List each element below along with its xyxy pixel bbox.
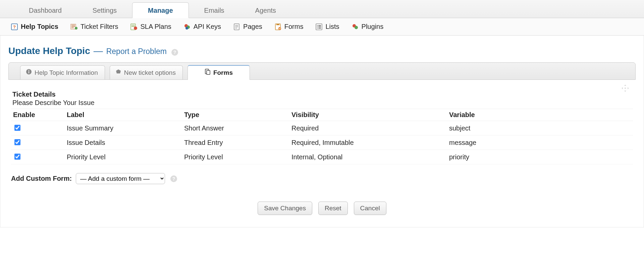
- subtab-api-keys[interactable]: API Keys: [182, 21, 222, 32]
- sla-icon: [130, 23, 138, 31]
- forms-panel: Ticket Details Please Describe Your Issu…: [8, 80, 636, 190]
- action-buttons: Save Changes Reset Cancel: [8, 202, 636, 215]
- enable-checkbox[interactable]: [14, 139, 20, 145]
- page-title-main: Update Help Topic: [8, 46, 90, 56]
- subtab-sla-plans[interactable]: SLA Plans: [129, 21, 172, 32]
- cancel-button[interactable]: Cancel: [354, 202, 386, 215]
- tab-label: Settings: [93, 7, 117, 14]
- page-title-dash: —: [94, 46, 103, 56]
- tab-dashboard[interactable]: Dashboard: [13, 3, 77, 18]
- plugin-icon: [352, 23, 359, 31]
- svg-rect-5: [71, 28, 74, 28]
- field-label: Issue Details: [65, 136, 182, 150]
- svg-rect-15: [235, 25, 238, 26]
- add-custom-form-select[interactable]: — Add a custom form —: [76, 173, 165, 184]
- tab-label: Agents: [255, 7, 276, 14]
- field-type: Short Answer: [182, 121, 289, 136]
- subtab-label: Pages: [243, 23, 262, 31]
- svg-rect-22: [317, 25, 318, 26]
- enable-checkbox[interactable]: [14, 125, 20, 131]
- subtab-help-topics[interactable]: ? Help Topics: [9, 21, 60, 32]
- enable-checkbox[interactable]: [14, 154, 20, 160]
- tab-label: Dashboard: [29, 7, 62, 14]
- svg-rect-23: [318, 25, 321, 26]
- subtab-lists[interactable]: Lists: [314, 21, 340, 32]
- api-icon: [183, 23, 191, 31]
- col-enable: Enable: [11, 109, 65, 121]
- svg-rect-17: [235, 28, 237, 29]
- inner-tab-label: Forms: [213, 69, 233, 76]
- help-icon[interactable]: ?: [170, 175, 177, 182]
- svg-point-10: [134, 26, 137, 30]
- field-variable: subject: [447, 121, 633, 136]
- forms-icon: [205, 69, 211, 76]
- form-icon: [274, 23, 282, 31]
- svg-rect-24: [317, 26, 318, 27]
- field-type: Priority Level: [182, 150, 289, 164]
- svg-rect-34: [207, 70, 210, 74]
- filter-icon: [70, 23, 78, 31]
- subtab-forms[interactable]: Forms: [273, 21, 305, 32]
- svg-rect-16: [235, 26, 238, 27]
- subtab-label: SLA Plans: [140, 23, 171, 31]
- field-variable: message: [447, 136, 633, 150]
- form-block-title: Ticket Details: [12, 91, 633, 98]
- inner-tab-bar: Help Topic Information New ticket option…: [8, 62, 636, 80]
- col-variable: Variable: [447, 109, 633, 121]
- inner-tab-help-topic-info[interactable]: Help Topic Information: [20, 65, 105, 79]
- svg-rect-27: [318, 28, 321, 29]
- col-type: Type: [182, 109, 289, 121]
- table-row: Issue Summary Short Answer Required subj…: [11, 121, 633, 136]
- svg-point-6: [75, 27, 77, 30]
- subtab-plugins[interactable]: Plugins: [350, 21, 385, 32]
- field-visibility: Internal, Optional: [289, 150, 447, 164]
- info-icon: [26, 69, 32, 76]
- drag-handle-icon[interactable]: [621, 84, 630, 95]
- field-visibility: Required, Immutable: [289, 136, 447, 150]
- field-visibility: Required: [289, 121, 447, 136]
- subtab-label: API Keys: [194, 23, 221, 31]
- primary-tab-bar: Dashboard Settings Manage Emails Agents: [0, 0, 644, 18]
- svg-rect-4: [71, 26, 75, 27]
- tab-agents[interactable]: Agents: [240, 3, 291, 18]
- subtab-label: Lists: [325, 23, 339, 31]
- svg-rect-8: [131, 25, 135, 25]
- table-row: Issue Details Thread Entry Required, Imm…: [11, 136, 633, 150]
- subtab-ticket-filters[interactable]: Ticket Filters: [69, 21, 120, 32]
- inner-tab-label: New ticket options: [124, 69, 176, 76]
- save-button[interactable]: Save Changes: [258, 202, 312, 215]
- subtab-label: Plugins: [362, 23, 384, 31]
- subtab-pages[interactable]: Pages: [232, 21, 264, 32]
- tab-emails[interactable]: Emails: [189, 3, 240, 18]
- add-custom-form-row: Add Custom Form: — Add a custom form — ?: [11, 173, 633, 184]
- field-label: Issue Summary: [65, 121, 182, 136]
- svg-point-29: [355, 26, 358, 29]
- inner-tab-label: Help Topic Information: [35, 69, 98, 76]
- reset-button[interactable]: Reset: [318, 202, 348, 215]
- col-label: Label: [65, 109, 182, 121]
- svg-point-20: [278, 27, 281, 30]
- field-variable: priority: [447, 150, 633, 164]
- field-type: Thread Entry: [182, 136, 289, 150]
- svg-rect-19: [276, 24, 279, 25]
- page-title-sub: Report a Problem: [106, 47, 167, 56]
- field-label: Priority Level: [65, 150, 182, 164]
- tab-label: Emails: [204, 7, 224, 14]
- fields-table: Enable Label Type Visibility Variable Is…: [11, 109, 633, 164]
- table-row: Priority Level Priority Level Internal, …: [11, 150, 633, 164]
- svg-point-32: [29, 70, 30, 71]
- tab-manage[interactable]: Manage: [132, 2, 189, 18]
- inner-tab-new-ticket-options[interactable]: New ticket options: [110, 65, 183, 79]
- add-custom-form-label: Add Custom Form:: [11, 175, 72, 182]
- secondary-tab-bar: ? Help Topics Ticket Filters SLA Plans A…: [0, 18, 644, 36]
- list-icon: [315, 23, 323, 31]
- subtab-label: Help Topics: [21, 23, 58, 31]
- inner-tab-forms[interactable]: Forms: [187, 65, 250, 80]
- svg-rect-31: [29, 71, 29, 73]
- help-icon[interactable]: ?: [171, 49, 178, 56]
- content-area: Update Help Topic — Report a Problem ? H…: [0, 36, 644, 227]
- svg-point-35: [625, 88, 626, 89]
- svg-rect-9: [131, 26, 135, 27]
- subtab-label: Forms: [284, 23, 304, 31]
- tab-settings[interactable]: Settings: [77, 3, 132, 18]
